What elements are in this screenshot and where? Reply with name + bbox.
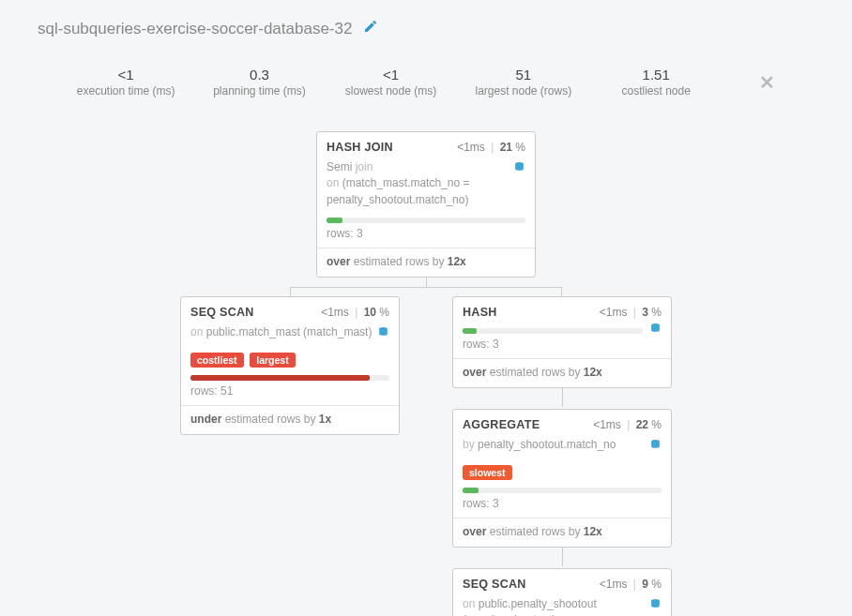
- estimate-word: over: [463, 525, 486, 538]
- tag-costliest: costliest: [190, 353, 244, 368]
- node-title: HASH JOIN: [327, 141, 457, 154]
- database-icon[interactable]: [513, 161, 525, 178]
- stat-costliest-node: 1.51 costliest node: [609, 67, 703, 98]
- node-tags: costliest largest: [181, 347, 399, 371]
- stat-value: 1.51: [609, 67, 703, 83]
- node-timing: <1ms | 10 %: [321, 306, 389, 319]
- node-pct-value: 10: [364, 306, 376, 319]
- text: penalty_shootout.match_no: [478, 438, 616, 451]
- node-title: SEQ SCAN: [190, 306, 321, 319]
- stat-value: 51: [475, 67, 571, 83]
- stat-largest-node: 51 largest node (rows): [475, 67, 571, 98]
- estimate-label: estimated rows by: [490, 366, 581, 379]
- text: Semi: [327, 160, 352, 173]
- node-footer: under estimated rows by 1x: [181, 405, 399, 434]
- node-seq-scan-penalty-shootout[interactable]: SEQ SCAN <1ms | 9 % on public.penalty_sh…: [452, 568, 672, 616]
- tree-connector: [562, 548, 563, 566]
- page-header: sql-subqueries-exercise-soccer-database-…: [38, 19, 814, 38]
- node-description: on public.penalty_shootout (penalty_shoo…: [453, 596, 671, 616]
- node-time-value: <1ms: [600, 306, 628, 319]
- node-header: AGGREGATE <1ms | 22 %: [453, 410, 671, 437]
- x-suffix: x: [596, 366, 602, 379]
- database-icon[interactable]: [649, 598, 662, 615]
- rows-info: rows: 51: [181, 383, 399, 405]
- rows-value: 3: [357, 227, 363, 240]
- tag-slowest: slowest: [463, 465, 512, 480]
- estimate-mult: 12: [584, 525, 596, 538]
- pct-sign: %: [515, 141, 525, 154]
- plan-tree: HASH JOIN <1ms | 21 % Semi join on (matc…: [145, 131, 707, 616]
- database-icon[interactable]: [649, 439, 662, 456]
- node-pct-value: 21: [500, 141, 512, 154]
- stat-label: slowest node (ms): [343, 84, 437, 98]
- node-pct-value: 3: [642, 306, 648, 319]
- node-description: Semi join on (match_mast.match_no = pena…: [317, 159, 535, 214]
- progress-bar: [181, 371, 399, 383]
- estimate-label: estimated rows by: [354, 255, 445, 268]
- rows-label: rows:: [327, 227, 354, 240]
- close-icon[interactable]: ✕: [759, 71, 775, 94]
- stat-value: 0.3: [212, 67, 306, 83]
- pct-sign: %: [379, 306, 389, 319]
- text: public.match_mast (match_mast): [206, 325, 373, 338]
- text-muted: on: [190, 325, 203, 338]
- rows-info: rows: 3: [317, 225, 535, 248]
- node-timing: <1ms | 21 %: [457, 141, 525, 154]
- node-tags: slowest: [453, 459, 671, 484]
- estimate-mult: 12: [448, 255, 460, 268]
- rows-value: 3: [493, 338, 499, 351]
- rows-value: 51: [221, 384, 233, 398]
- tree-connector: [562, 388, 563, 407]
- estimate-label: estimated rows by: [490, 525, 581, 538]
- pct-sign: %: [651, 418, 662, 431]
- node-timing: <1ms | 9 %: [600, 578, 662, 591]
- node-header: HASH JOIN <1ms | 21 %: [317, 132, 535, 159]
- x-suffix: x: [596, 525, 602, 538]
- node-hash-join[interactable]: HASH JOIN <1ms | 21 % Semi join on (matc…: [316, 131, 536, 278]
- text-muted: by: [463, 438, 475, 451]
- rows-label: rows:: [463, 497, 490, 510]
- page-title: sql-subqueries-exercise-soccer-database-…: [38, 20, 352, 38]
- pct-sign: %: [651, 578, 662, 591]
- stat-planning-time: 0.3 planning time (ms): [212, 67, 306, 98]
- node-header: HASH <1ms | 3 %: [453, 297, 671, 324]
- node-timing: <1ms | 3 %: [600, 306, 662, 319]
- text: (match_mast.match_no = penalty_shootout.…: [327, 176, 469, 205]
- stat-value: <1: [343, 67, 437, 83]
- rows-info: rows: 3: [453, 495, 671, 518]
- node-pct-value: 22: [636, 418, 648, 431]
- x-suffix: x: [325, 413, 331, 426]
- node-footer: over estimated rows by 12x: [453, 518, 671, 547]
- stat-label: costliest node: [609, 84, 703, 98]
- stat-label: largest node (rows): [475, 84, 571, 98]
- text: public.penalty_shootout (penalty_shootou…: [463, 597, 597, 616]
- estimate-mult: 12: [584, 366, 596, 379]
- x-suffix: x: [460, 255, 466, 268]
- rows-value: 3: [493, 497, 499, 510]
- node-pct-value: 9: [642, 578, 648, 591]
- tag-largest: largest: [250, 353, 295, 368]
- estimate-label: estimated rows by: [225, 413, 316, 426]
- node-footer: over estimated rows by 12x: [317, 248, 535, 277]
- progress-bar: [317, 214, 535, 225]
- text-muted: on: [463, 597, 475, 610]
- node-timing: <1ms | 22 %: [593, 418, 662, 431]
- node-seq-scan-match-mast[interactable]: SEQ SCAN <1ms | 10 % on public.match_mas…: [180, 296, 400, 434]
- edit-icon[interactable]: [363, 19, 378, 38]
- pct-sign: %: [651, 306, 662, 319]
- estimate-word: over: [327, 255, 350, 268]
- node-hash[interactable]: HASH <1ms | 3 % rows: 3: [452, 296, 672, 388]
- stat-label: execution time (ms): [77, 84, 175, 98]
- node-title: AGGREGATE: [463, 418, 593, 431]
- stat-label: planning time (ms): [212, 84, 306, 98]
- node-aggregate[interactable]: AGGREGATE <1ms | 22 % by penalty_shootou…: [452, 409, 672, 547]
- node-time-value: <1ms: [321, 306, 349, 319]
- database-icon[interactable]: [377, 326, 389, 343]
- node-time-value: <1ms: [593, 418, 621, 431]
- database-icon[interactable]: [649, 323, 662, 338]
- rows-label: rows:: [463, 338, 490, 351]
- node-description: on public.match_mast (match_mast): [181, 324, 399, 346]
- text-muted: on: [327, 176, 339, 189]
- node-header: SEQ SCAN <1ms | 9 %: [453, 569, 671, 596]
- stat-value: <1: [77, 67, 175, 83]
